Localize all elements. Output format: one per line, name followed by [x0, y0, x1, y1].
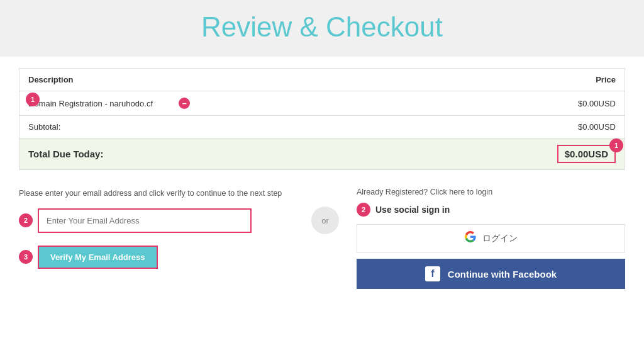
verify-email-button[interactable]: Verify My Email Address — [38, 246, 158, 269]
total-badge: 1 — [609, 139, 623, 152]
domain-cell-content: Domain Registration - naruhodo.cf 1 − — [28, 98, 435, 109]
google-icon — [465, 231, 476, 246]
domain-badge: 1 — [26, 93, 40, 106]
order-table: Description Price Domain Registration - … — [19, 68, 625, 170]
facebook-label: Continue with Facebook — [448, 269, 557, 280]
verify-badge: 3 — [19, 250, 33, 264]
facebook-icon: f — [425, 266, 440, 281]
total-label: Total Due Today: — [19, 139, 444, 170]
domain-price-cell: $0.00USD — [444, 91, 625, 116]
total-price-cell: $0.00USD 1 — [444, 139, 625, 170]
domain-text: Domain Registration - naruhodo.cf — [28, 99, 153, 108]
or-divider: or — [300, 188, 350, 234]
total-price-badge-container: $0.00USD 1 — [557, 145, 616, 163]
facebook-login-button[interactable]: f Continue with Facebook — [357, 259, 625, 289]
social-badge: 2 — [357, 203, 370, 217]
total-price-box: $0.00USD — [557, 145, 616, 163]
header-section: Review & Checkout — [0, 0, 644, 57]
description-header: Description — [19, 69, 444, 91]
left-panel: Please enter your email address and clic… — [19, 188, 300, 269]
main-content: Description Price Domain Registration - … — [0, 57, 644, 302]
verify-btn-row: 3 Verify My Email Address — [19, 246, 158, 269]
or-circle: or — [311, 206, 339, 234]
bottom-section: Please enter your email address and clic… — [19, 188, 625, 289]
subtotal-row: Subtotal: $0.00USD — [19, 116, 625, 139]
remove-domain-button[interactable]: − — [179, 98, 190, 109]
email-input-row: 2 — [19, 208, 287, 233]
email-input-wrapper — [38, 208, 252, 233]
page-title: Review & Checkout — [0, 11, 644, 43]
right-panel: Already Registered? Click here to login … — [350, 188, 625, 289]
domain-row: Domain Registration - naruhodo.cf 1 − $0… — [19, 91, 625, 116]
social-header-row: 2 Use social sign in — [357, 203, 625, 217]
total-row: Total Due Today: $0.00USD 1 — [19, 139, 625, 170]
subtotal-price: $0.00USD — [444, 116, 625, 139]
already-registered-text: Already Registered? Click here to login — [357, 188, 625, 196]
google-label: ログイン — [482, 233, 518, 244]
email-input[interactable] — [39, 210, 250, 232]
price-header: Price — [444, 69, 625, 91]
email-instruction: Please enter your email address and clic… — [19, 188, 287, 200]
domain-description-cell: Domain Registration - naruhodo.cf 1 − — [19, 91, 444, 116]
subtotal-label: Subtotal: — [19, 116, 444, 139]
page-wrapper: Review & Checkout Description Price Doma… — [0, 0, 644, 302]
google-login-button[interactable]: ログイン — [357, 224, 625, 252]
domain-badge-container: Domain Registration - naruhodo.cf 1 — [28, 99, 153, 108]
email-badge: 2 — [19, 213, 33, 227]
social-section-label: Use social sign in — [375, 205, 450, 215]
